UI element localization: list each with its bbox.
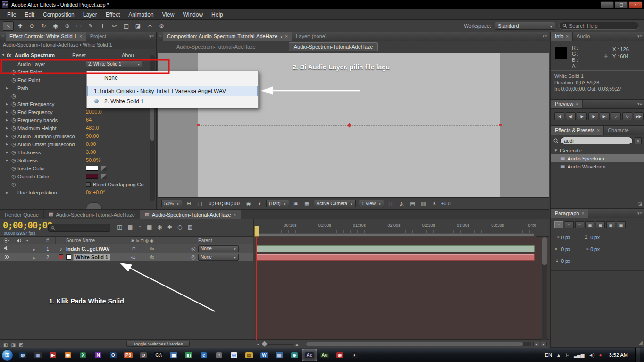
align-center-button[interactable]: ≡ [565,221,574,228]
panel-menu-icon[interactable] [636,209,644,218]
align-left-button[interactable]: ≡ [554,221,563,228]
stopwatch-icon[interactable] [10,93,17,99]
stopwatch-icon[interactable] [10,157,17,163]
expand-arrow-icon[interactable] [33,246,40,252]
viewer-tab-1[interactable]: Audio-Spectrum-Tutorial-AdeHaze [172,43,260,51]
tab-composition[interactable]: Composition: Audio-Spectrum-Tutorial-Ade… [163,32,292,41]
current-time-field[interactable]: 0;00;00;00 [3,220,52,230]
draft-3d-icon[interactable]: ▤ [127,224,133,230]
taskbar-app-utility[interactable]: ⚙ [136,349,151,361]
property-row-hue-interpolation[interactable]: Hue Interpolation0x +0.0° [0,188,156,196]
expand-inout-pane-icon[interactable]: ◩ [19,342,23,347]
comp-mini-flowchart-icon[interactable]: ◫ [117,224,122,230]
taskbar-app-audition[interactable]: Au [318,349,332,361]
type-tool[interactable]: T [97,21,108,31]
timeline-button-icon[interactable]: ▤ [409,200,417,207]
pen-tool[interactable]: ✎ [85,21,96,31]
audio-layer-select[interactable]: 2. White Solid 1 [86,60,142,67]
taskbar-app-chrome[interactable]: ◎ [227,349,241,361]
brainstorm-icon[interactable]: ✱ [167,224,172,230]
scrollbar-thumb[interactable] [542,237,547,265]
property-value[interactable]: 50.0% [86,157,100,163]
menu-window[interactable]: Window [178,10,207,19]
taskbar-app-media[interactable]: ▶ [46,349,60,361]
work-area-bar[interactable] [257,233,534,236]
show-hidden-icons[interactable]: ▲ [556,353,561,358]
effects-search-field[interactable] [560,137,633,144]
indent-right-field[interactable]: ⇤0 px [555,246,584,252]
taskbar-app-ie[interactable]: e [197,349,211,361]
expand-arrow-icon[interactable] [4,118,10,122]
fast-previews-icon[interactable]: ◭ [398,200,406,207]
viewer-tab-2[interactable]: Audio-Spectrum-Tutorial-AdeHaze [289,42,378,51]
tab-preview[interactable]: Preview [551,100,583,108]
eyedropper-icon[interactable] [101,174,107,179]
stopwatch-icon[interactable] [10,101,17,107]
space-after-field[interactable]: ↧0 px [555,258,584,264]
close-tab-icon[interactable] [581,210,584,216]
frame-blending-icon[interactable]: ▦ [147,224,152,230]
taskbar-app-p3[interactable]: P3 [121,349,135,361]
expand-arrow-icon[interactable]: ▼ [554,148,558,152]
justify-last-right-button[interactable]: ≣ [606,221,615,228]
panel-menu-icon[interactable] [147,32,156,41]
property-row-end-frequency[interactable]: End Frequency2000.0 [0,108,156,116]
stopwatch-icon[interactable] [10,181,17,187]
selection-handle[interactable] [499,124,502,126]
maximize-button[interactable]: ◻ [615,1,628,8]
collapse-switch[interactable]: -⊡ [124,255,142,260]
menu-layer[interactable]: Layer [79,10,101,19]
space-before-field[interactable]: ↥0 px [584,234,613,240]
close-tab-icon[interactable] [576,101,578,107]
zoom-in-icon[interactable]: ▲ [295,342,300,347]
time-ruler[interactable]: 00:30s01:00s01:30s02:00s02:30s03:00s03:3… [253,219,536,237]
first-frame-button[interactable]: |◀ [554,112,564,120]
motion-blur-icon[interactable]: ◉ [157,224,162,230]
panel-resize-knob[interactable] [86,202,102,209]
panel-gripper-icon[interactable]: ≡ [158,32,163,41]
property-row-audio-offset[interactable]: Audio Offset (millisecond0.00 [0,140,156,148]
current-time-display[interactable]: 0;00;00;00 [207,201,242,207]
taskbar-app-dark[interactable]: ◐ [348,349,362,361]
taskbar-app-tool[interactable]: ▣ [31,349,45,361]
property-row-softness[interactable]: Softness50.0% [0,156,156,164]
field-value[interactable]: 0 px [590,246,600,252]
workspace-select[interactable]: Standard [495,22,555,30]
taskbar-app-excel[interactable]: X [76,349,90,361]
timeline-search[interactable] [48,224,110,232]
tab-layer-viewer[interactable]: Layer: (none) [292,32,331,41]
taskbar-app-onenote[interactable]: N [91,349,105,361]
flag-icon[interactable]: ⚐ [565,353,569,358]
help-search[interactable] [559,22,639,30]
expand-layer-switches-icon[interactable]: ◧ [3,342,8,347]
layer-name[interactable]: Indah C...gel.WAV [66,246,110,252]
menu-effect[interactable]: Effect [101,10,124,19]
mask-shape-tool[interactable]: ▭ [74,21,84,31]
property-value[interactable]: 2000.0 [86,109,102,115]
panel-menu-icon[interactable] [636,32,644,41]
panel-gripper-icon[interactable]: ≡ [0,32,6,41]
mask-visibility-icon[interactable]: ▢ [196,200,204,207]
panel-options-icon[interactable]: ◪ [638,202,642,207]
zoom-out-icon[interactable]: ▪ [257,342,259,347]
puppet-pin-tool[interactable]: ⊚ [156,21,167,31]
menu-animation[interactable]: Animation [124,10,158,19]
menu-item-2[interactable]: 1. Indah Cintaku - Nicky Tirta Ft Vaness… [87,86,258,96]
timeline-scrollbar-horizontal[interactable] [306,342,531,346]
roto-brush-tool[interactable]: ✂ [144,21,155,31]
layer-duration-bar-1[interactable] [256,245,535,252]
justify-last-center-button[interactable]: ≣ [596,221,605,228]
property-row-inside-color[interactable]: Inside Color [0,164,156,172]
menu-file[interactable]: File [3,10,20,19]
expand-arrow-icon[interactable] [4,86,10,90]
parent-select[interactable]: None [198,254,239,261]
taskbar-app-outlook[interactable]: O [106,349,120,361]
tab-character[interactable]: Characte [604,126,633,135]
layer-name-cell[interactable]: Indah C...gel.WAV [66,246,124,252]
stopwatch-icon[interactable] [10,141,17,147]
menu-item-3[interactable]: 2. White Solid 1 [87,96,258,106]
audio-toggle-button[interactable]: ♪ [611,112,621,120]
property-value[interactable]: 0x +0.0° [86,189,105,195]
expand-arrow-icon[interactable] [4,151,10,154]
timeline-search-input[interactable] [57,225,108,231]
